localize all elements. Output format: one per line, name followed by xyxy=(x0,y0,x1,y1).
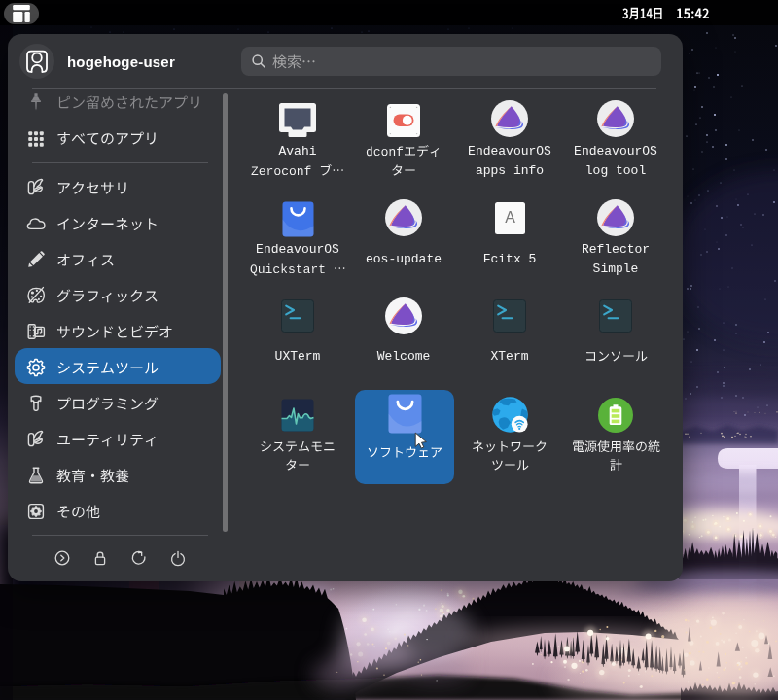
svg-text:A: A xyxy=(505,208,515,225)
